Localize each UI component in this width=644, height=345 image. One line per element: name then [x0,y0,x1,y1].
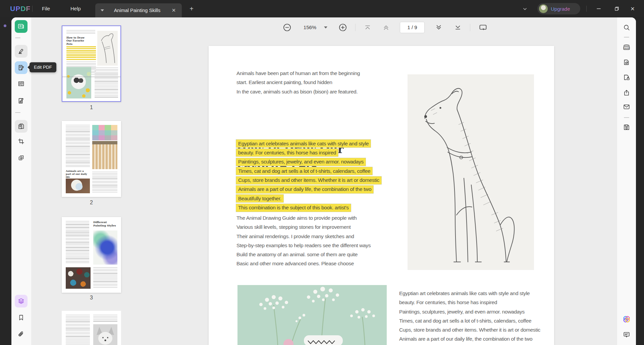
page-number-input[interactable]: 1 / 9 [400,22,425,33]
search-icon [623,24,630,31]
titlebar-divider [586,6,587,12]
thumbnail-label-2: 2 [62,200,121,206]
body-line: Their animal renderings. I provide many … [236,232,371,241]
thumbnail-label-3: 3 [62,295,121,301]
crop-icon [17,138,25,145]
highlighted-text-line: Egyptian art celebrates animals like cat… [236,139,371,148]
body-line: Basic and other more advanced ones. Plea… [236,259,371,268]
previous-page-button[interactable] [382,23,390,32]
zoom-level[interactable]: 156% [301,24,319,30]
fill-sign-icon [17,97,25,105]
thumb-painting-image [66,179,90,193]
email-button[interactable] [620,100,633,113]
paperclip-icon [17,331,25,338]
thumb-brushes-image [92,141,117,169]
markup-button[interactable] [15,45,28,58]
first-page-button[interactable] [363,23,372,32]
highlighted-text-line: Animals are a part of our daily life, th… [236,185,374,194]
thumb-paint-pots-image [66,267,91,289]
edit-pdf-tooltip: Edit PDF [30,62,56,72]
second-column-paragraph[interactable]: Egyptian art celebrates animals like cat… [399,289,540,344]
crop-button[interactable] [15,135,28,148]
slideshow-button[interactable] [479,23,487,32]
page-tools-icon [17,123,25,130]
panel-handle-dot[interactable] [4,24,6,27]
updf-logo: UPDF [10,5,31,13]
chevron-down-icon[interactable] [521,5,529,13]
highlighted-text-line: Times, cat and dog art sells a lot of t-… [236,167,373,175]
zoom-out-button[interactable] [283,23,291,32]
window-edge-left [0,17,11,345]
ocr-icon: OCR [623,43,631,51]
menu-file[interactable]: File [36,0,56,17]
toolbar-divider [624,37,629,38]
dog-sketch-image[interactable] [408,74,534,270]
thumbnail-page-4[interactable] [62,311,121,345]
thumbnail-page-3[interactable]: Different Painting Styles [62,217,121,293]
toolbar-divider [470,24,470,31]
column2-line: Egyptian art celebrates animals like cat… [399,289,540,298]
layers-button[interactable] [15,295,28,307]
zoom-in-button[interactable] [338,23,347,32]
organize-pages-button[interactable] [15,77,28,90]
feedback-button[interactable] [620,328,633,341]
last-page-button[interactable] [453,23,462,32]
tab-dropdown-icon[interactable] [101,9,104,11]
avatar [539,4,548,13]
layers-icon [17,297,25,305]
menu-help[interactable]: Help [64,0,87,17]
body-line: Step-by-step examples to help readers se… [236,241,371,250]
thumbnail-page-2[interactable]: Animals are a part of our daily life [62,121,121,197]
highlight-rows[interactable]: Egyptian art celebrates animals like cat… [236,139,382,213]
new-tab-button[interactable]: + [187,4,196,13]
pdf-page: Animals have been part of human art from… [209,46,554,345]
next-page-button[interactable] [434,23,443,32]
bookmark-button[interactable] [15,311,28,324]
attachment-button[interactable] [15,328,28,341]
body-paragraph[interactable]: The Animal Drawing Guide aims to provide… [236,213,371,268]
restore-button[interactable] [610,3,624,15]
page-tools-button[interactable] [15,120,28,133]
thumb-text-lines [66,221,89,264]
edit-pdf-button[interactable] [15,61,28,74]
flowers-photo[interactable] [237,285,387,345]
thumb-heading: Different Painting Styles [93,220,117,227]
edit-pdf-icon [17,64,25,71]
comment-bubble-icon [623,331,630,338]
toolbar-divider [624,117,629,118]
highlighter-icon [17,48,25,55]
fill-sign-button[interactable] [15,94,28,107]
protect-button[interactable] [620,71,633,84]
convert-button[interactable] [620,56,633,69]
thumb-text-lines [93,315,117,322]
search-button[interactable] [620,21,633,34]
intro-line: Animals have been part of human art from… [236,69,360,78]
upgrade-button[interactable]: Upgrade [537,3,580,14]
body-line: The Animal Drawing Guide aims to provide… [236,213,371,222]
document-tab[interactable]: Animal Painting Skills ✕ [95,3,182,17]
close-button[interactable]: ✕ [626,3,639,15]
updf-ai-button[interactable] [620,313,633,326]
highlighted-text-line: beauty. For centuries, this horse has in… [236,148,338,157]
tab-close-icon[interactable]: ✕ [170,7,177,14]
minimize-button[interactable] [592,3,605,15]
thumb-text-lines [93,267,117,289]
thumbnail-viewport-indicator[interactable] [62,26,120,77]
zoom-dropdown-icon[interactable] [324,26,327,28]
reader-mode-button[interactable] [15,20,28,33]
column2-line: Cups, store brands and other items. Whet… [399,325,540,334]
thumb-text-lines [66,315,90,344]
ocr-button[interactable]: OCR [620,41,633,54]
watermark-button[interactable] [15,151,28,164]
intro-paragraph[interactable]: Animals have been part of human art from… [236,69,360,96]
thumbnail-page-1[interactable]: How to Draw Our Favorite Pets [62,25,121,102]
bookmark-icon [17,314,25,321]
save-button[interactable] [620,121,633,134]
highlighted-text-line: Paintings, sculptures, jewelry, and even… [236,158,366,166]
highlighted-text-line: Cups, store brands and other items. Whet… [236,176,382,185]
share-button[interactable] [620,86,633,99]
thumb-text-lines [66,125,90,168]
column2-line: Animals are a part of our daily life, th… [399,334,540,343]
thumb-corgi-image [93,324,117,345]
body-line: Various skill levels, stepping stones fo… [236,222,371,231]
